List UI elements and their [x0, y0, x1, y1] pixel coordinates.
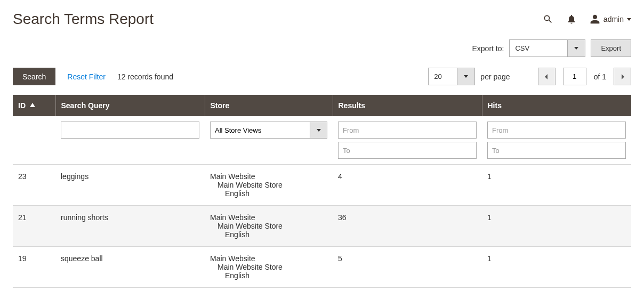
page-size-toggle[interactable]	[457, 68, 475, 85]
filter-query-input[interactable]	[61, 122, 199, 139]
export-format-toggle[interactable]	[568, 39, 585, 57]
cell-query: squeeze ball	[55, 247, 205, 288]
search-button[interactable]: Search	[13, 68, 55, 85]
admin-user-menu[interactable]: admin	[590, 14, 631, 25]
cell-results: 36	[333, 206, 482, 247]
cell-store: Main WebsiteMain Website StoreEnglish	[205, 247, 333, 288]
next-page-button[interactable]	[614, 68, 631, 85]
cell-id: 19	[13, 247, 55, 288]
cell-results: 5	[333, 247, 482, 288]
sort-asc-icon	[30, 101, 35, 110]
cell-hits: 1	[482, 165, 631, 206]
filter-hits-to[interactable]	[487, 142, 626, 159]
chevron-down-icon	[574, 47, 578, 50]
table-row[interactable]: 23leggingsMain WebsiteMain Website Store…	[13, 165, 631, 206]
cell-id: 23	[13, 165, 55, 206]
per-page-label: per page	[480, 72, 510, 81]
export-label: Export to:	[472, 44, 504, 53]
col-header-id-label: ID	[18, 101, 26, 110]
notifications-icon[interactable]	[566, 14, 577, 25]
col-header-query[interactable]: Search Query	[55, 95, 205, 116]
page-of-label: of 1	[594, 72, 606, 81]
col-header-store[interactable]: Store	[205, 95, 333, 116]
col-header-results[interactable]: Results	[333, 95, 482, 116]
chevron-down-icon	[317, 129, 321, 132]
page-size-select[interactable]	[428, 68, 475, 85]
cell-store: Main WebsiteMain Website StoreEnglish	[205, 206, 333, 247]
chevron-down-icon	[627, 18, 631, 21]
filter-store-value[interactable]	[210, 122, 310, 139]
filter-store-toggle[interactable]	[310, 122, 327, 139]
cell-results: 4	[333, 165, 482, 206]
export-button[interactable]: Export	[591, 39, 631, 57]
current-page-input[interactable]	[563, 68, 586, 85]
filter-results-to[interactable]	[338, 142, 477, 159]
page-size-value[interactable]	[428, 68, 457, 85]
data-grid: ID Search Query Store Results Hits	[13, 95, 631, 288]
cell-query: running shorts	[55, 206, 205, 247]
admin-user-label: admin	[603, 15, 624, 23]
table-row[interactable]: 21running shortsMain WebsiteMain Website…	[13, 206, 631, 247]
search-icon[interactable]	[543, 14, 553, 25]
col-header-id[interactable]: ID	[13, 95, 55, 116]
cell-query: leggings	[55, 165, 205, 206]
table-row[interactable]: 19squeeze ballMain WebsiteMain Website S…	[13, 247, 631, 288]
cell-hits: 1	[482, 206, 631, 247]
chevron-down-icon	[464, 75, 468, 78]
filter-store-select[interactable]	[210, 122, 327, 139]
filter-results-from[interactable]	[338, 122, 477, 139]
export-format-value[interactable]	[509, 39, 568, 57]
cell-hits: 1	[482, 247, 631, 288]
export-format-select[interactable]	[509, 39, 585, 57]
cell-store: Main WebsiteMain Website StoreEnglish	[205, 165, 333, 206]
header-actions: admin	[543, 14, 631, 25]
records-found: 12 records found	[117, 72, 173, 81]
reset-filter-link[interactable]: Reset Filter	[67, 72, 106, 81]
page-title: Search Terms Report	[13, 11, 154, 28]
cell-id: 21	[13, 206, 55, 247]
col-header-hits[interactable]: Hits	[482, 95, 631, 116]
filter-hits-from[interactable]	[487, 122, 626, 139]
prev-page-button[interactable]	[538, 68, 556, 85]
